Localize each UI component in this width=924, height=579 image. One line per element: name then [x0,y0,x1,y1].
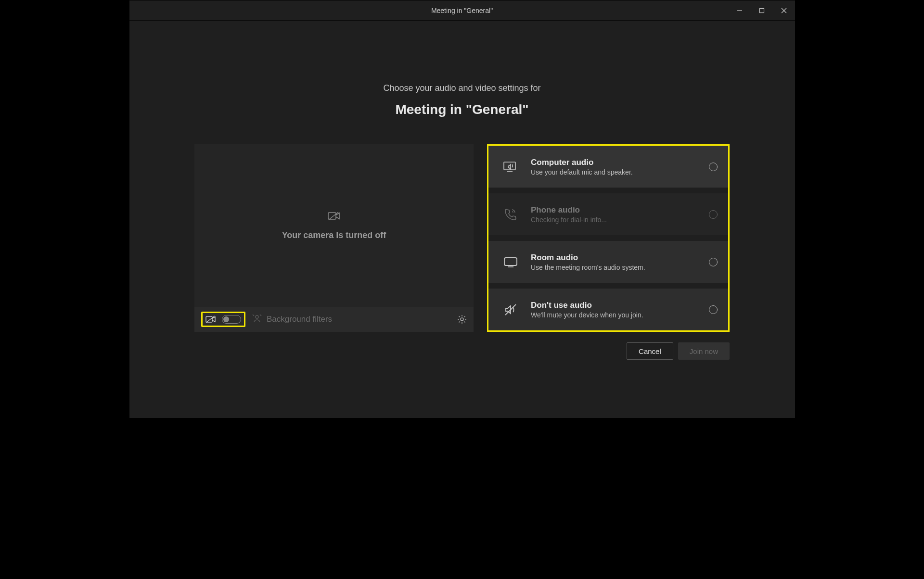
close-button[interactable] [773,0,795,20]
camera-panel: Your camera is turned off [194,144,474,332]
svg-rect-1 [759,8,764,13]
audio-option-none[interactable]: Don't use audio We'll mute your device w… [488,289,728,330]
content-area: Choose your audio and video settings for… [129,21,795,418]
option-desc: Use your default mic and speaker. [531,168,709,176]
device-settings-button[interactable] [457,315,467,324]
option-title: Computer audio [531,158,709,167]
radio-indicator [709,258,718,266]
camera-off-text: Your camera is turned off [282,230,386,240]
computer-audio-icon [502,158,519,176]
background-effects-icon [252,314,262,326]
action-row: Cancel Join now [194,342,730,360]
titlebar: Meeting in "General" [129,0,795,21]
background-filters-button[interactable]: Background filters [252,314,332,326]
maximize-button[interactable] [751,0,773,20]
cancel-button[interactable]: Cancel [627,342,673,360]
svg-line-5 [329,212,338,220]
svg-point-11 [461,318,463,321]
svg-rect-14 [504,258,517,265]
camera-toolbar: Background filters [194,307,474,332]
option-text: Don't use audio We'll mute your device w… [531,301,709,319]
option-desc: Use the meeting room's audio system. [531,264,709,271]
option-title: Don't use audio [531,301,709,310]
phone-audio-icon [502,206,519,223]
audio-option-computer[interactable]: Computer audio Use your default mic and … [488,146,728,188]
minimize-button[interactable] [729,0,751,20]
svg-line-7 [206,316,215,323]
option-text: Room audio Use the meeting room's audio … [531,253,709,271]
camera-toggle[interactable] [222,315,241,324]
audio-option-room[interactable]: Room audio Use the meeting room's audio … [488,241,728,283]
option-desc: We'll mute your device when you join. [531,311,709,319]
radio-indicator [709,305,718,314]
option-desc: Checking for dial-in info... [531,216,709,224]
no-audio-icon [502,301,519,318]
camera-preview: Your camera is turned off [194,144,474,307]
audio-options-panel: Computer audio Use your default mic and … [487,144,730,332]
svg-rect-4 [328,213,336,219]
svg-line-10 [260,315,261,316]
camera-icon [205,315,216,323]
room-audio-icon [502,253,519,271]
option-title: Phone audio [531,205,709,215]
option-text: Phone audio Checking for dial-in info... [531,205,709,224]
pre-join-window: Meeting in "General" Choose your audio a… [129,0,796,418]
camera-off-icon [328,211,340,223]
toggle-knob [223,316,229,322]
radio-indicator [709,210,718,219]
window-title: Meeting in "General" [129,7,795,14]
option-text: Computer audio Use your default mic and … [531,158,709,176]
svg-point-8 [256,315,258,318]
window-controls [729,0,795,20]
svg-line-9 [253,315,254,316]
camera-toggle-group [201,312,245,327]
prompt-text: Choose your audio and video settings for [383,83,540,93]
option-title: Room audio [531,253,709,263]
join-now-button: Join now [678,342,730,360]
svg-rect-6 [206,316,212,322]
background-filters-label: Background filters [267,315,332,324]
meeting-name-heading: Meeting in "General" [395,102,528,117]
radio-indicator [709,163,718,171]
settings-panels: Your camera is turned off [194,144,730,332]
audio-option-phone: Phone audio Checking for dial-in info... [488,193,728,235]
